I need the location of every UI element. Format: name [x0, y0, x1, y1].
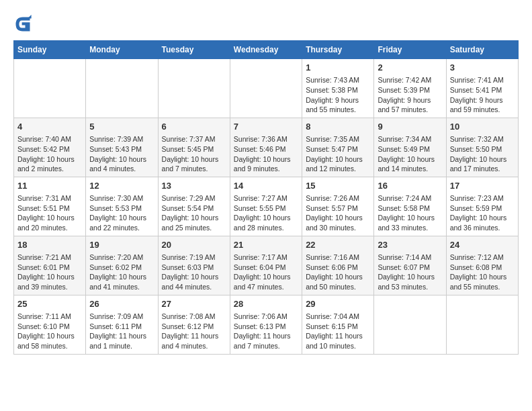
- calendar-day-cell: 4Sunrise: 7:40 AM Sunset: 5:42 PM Daylig…: [14, 118, 86, 177]
- day-info: Sunrise: 7:19 AM Sunset: 6:03 PM Dayligh…: [162, 253, 226, 292]
- calendar-day-cell: 21Sunrise: 7:17 AM Sunset: 6:04 PM Dayli…: [230, 236, 302, 295]
- day-info: Sunrise: 7:35 AM Sunset: 5:47 PM Dayligh…: [306, 134, 370, 174]
- day-info: Sunrise: 7:23 AM Sunset: 5:59 PM Dayligh…: [450, 193, 515, 233]
- day-number: 29: [306, 298, 370, 310]
- day-info: Sunrise: 7:31 AM Sunset: 5:51 PM Dayligh…: [17, 193, 82, 233]
- header-day: Sunday: [14, 41, 86, 59]
- day-info: Sunrise: 7:11 AM Sunset: 6:10 PM Dayligh…: [17, 312, 82, 351]
- day-number: 11: [17, 180, 82, 192]
- header-day: Tuesday: [158, 41, 230, 59]
- day-number: 4: [17, 121, 82, 133]
- day-number: 19: [89, 239, 154, 251]
- day-number: 5: [89, 121, 154, 133]
- calendar-day-cell: [446, 295, 518, 354]
- day-info: Sunrise: 7:41 AM Sunset: 5:41 PM Dayligh…: [450, 75, 515, 115]
- day-number: 9: [378, 121, 442, 133]
- day-number: 18: [17, 239, 82, 251]
- calendar-day-cell: [230, 59, 302, 118]
- day-info: Sunrise: 7:06 AM Sunset: 6:13 PM Dayligh…: [234, 312, 298, 351]
- day-info: Sunrise: 7:30 AM Sunset: 5:53 PM Dayligh…: [89, 193, 154, 233]
- day-info: Sunrise: 7:17 AM Sunset: 6:04 PM Dayligh…: [234, 253, 298, 292]
- day-info: Sunrise: 7:39 AM Sunset: 5:43 PM Dayligh…: [89, 134, 154, 174]
- calendar-day-cell: 8Sunrise: 7:35 AM Sunset: 5:47 PM Daylig…: [302, 118, 374, 177]
- calendar-table: SundayMondayTuesdayWednesdayThursdayFrid…: [13, 40, 519, 355]
- logo: [13, 13, 34, 34]
- calendar-day-cell: 14Sunrise: 7:27 AM Sunset: 5:55 PM Dayli…: [230, 177, 302, 236]
- calendar-week-row: 25Sunrise: 7:11 AM Sunset: 6:10 PM Dayli…: [14, 295, 519, 354]
- day-number: 12: [89, 180, 154, 192]
- calendar-day-cell: 11Sunrise: 7:31 AM Sunset: 5:51 PM Dayli…: [14, 177, 86, 236]
- day-info: Sunrise: 7:09 AM Sunset: 6:11 PM Dayligh…: [89, 312, 154, 351]
- calendar-day-cell: 25Sunrise: 7:11 AM Sunset: 6:10 PM Dayli…: [14, 295, 86, 354]
- day-number: 27: [162, 298, 226, 310]
- calendar-day-cell: 16Sunrise: 7:24 AM Sunset: 5:58 PM Dayli…: [374, 177, 446, 236]
- calendar-day-cell: [158, 59, 230, 118]
- calendar-day-cell: 20Sunrise: 7:19 AM Sunset: 6:03 PM Dayli…: [158, 236, 230, 295]
- day-number: 14: [234, 180, 298, 192]
- calendar-day-cell: 5Sunrise: 7:39 AM Sunset: 5:43 PM Daylig…: [86, 118, 158, 177]
- calendar-day-cell: 1Sunrise: 7:43 AM Sunset: 5:38 PM Daylig…: [302, 59, 374, 118]
- calendar-week-row: 1Sunrise: 7:43 AM Sunset: 5:38 PM Daylig…: [14, 59, 519, 118]
- calendar-day-cell: 15Sunrise: 7:26 AM Sunset: 5:57 PM Dayli…: [302, 177, 374, 236]
- calendar-day-cell: [14, 59, 86, 118]
- day-number: 16: [378, 180, 442, 192]
- calendar-day-cell: 3Sunrise: 7:41 AM Sunset: 5:41 PM Daylig…: [446, 59, 518, 118]
- page-header: [13, 13, 519, 34]
- calendar-day-cell: 18Sunrise: 7:21 AM Sunset: 6:01 PM Dayli…: [14, 236, 86, 295]
- calendar-day-cell: 24Sunrise: 7:12 AM Sunset: 6:08 PM Dayli…: [446, 236, 518, 295]
- day-number: 26: [89, 298, 154, 310]
- calendar-body: 1Sunrise: 7:43 AM Sunset: 5:38 PM Daylig…: [14, 59, 519, 355]
- header-day: Thursday: [302, 41, 374, 59]
- day-number: 24: [450, 239, 515, 251]
- calendar-day-cell: 9Sunrise: 7:34 AM Sunset: 5:49 PM Daylig…: [374, 118, 446, 177]
- day-number: 10: [450, 121, 515, 133]
- calendar-day-cell: 10Sunrise: 7:32 AM Sunset: 5:50 PM Dayli…: [446, 118, 518, 177]
- day-number: 1: [306, 62, 370, 74]
- day-info: Sunrise: 7:36 AM Sunset: 5:46 PM Dayligh…: [234, 134, 298, 174]
- calendar-day-cell: 12Sunrise: 7:30 AM Sunset: 5:53 PM Dayli…: [86, 177, 158, 236]
- calendar-day-cell: 19Sunrise: 7:20 AM Sunset: 6:02 PM Dayli…: [86, 236, 158, 295]
- calendar-day-cell: 28Sunrise: 7:06 AM Sunset: 6:13 PM Dayli…: [230, 295, 302, 354]
- day-info: Sunrise: 7:26 AM Sunset: 5:57 PM Dayligh…: [306, 193, 370, 233]
- header-day: Friday: [374, 41, 446, 59]
- day-number: 17: [450, 180, 515, 192]
- calendar-day-cell: 22Sunrise: 7:16 AM Sunset: 6:06 PM Dayli…: [302, 236, 374, 295]
- day-info: Sunrise: 7:42 AM Sunset: 5:39 PM Dayligh…: [378, 75, 442, 115]
- day-info: Sunrise: 7:08 AM Sunset: 6:12 PM Dayligh…: [162, 312, 226, 351]
- day-info: Sunrise: 7:12 AM Sunset: 6:08 PM Dayligh…: [450, 253, 515, 292]
- calendar-day-cell: [374, 295, 446, 354]
- calendar-day-cell: 6Sunrise: 7:37 AM Sunset: 5:45 PM Daylig…: [158, 118, 230, 177]
- day-info: Sunrise: 7:27 AM Sunset: 5:55 PM Dayligh…: [234, 193, 298, 233]
- day-info: Sunrise: 7:20 AM Sunset: 6:02 PM Dayligh…: [89, 253, 154, 292]
- day-info: Sunrise: 7:21 AM Sunset: 6:01 PM Dayligh…: [17, 253, 82, 292]
- day-number: 20: [162, 239, 226, 251]
- day-number: 13: [162, 180, 226, 192]
- day-number: 25: [17, 298, 82, 310]
- day-number: 22: [306, 239, 370, 251]
- day-info: Sunrise: 7:34 AM Sunset: 5:49 PM Dayligh…: [378, 134, 442, 174]
- calendar-day-cell: [86, 59, 158, 118]
- day-info: Sunrise: 7:29 AM Sunset: 5:54 PM Dayligh…: [162, 193, 226, 233]
- day-number: 28: [234, 298, 298, 310]
- day-number: 6: [162, 121, 226, 133]
- day-info: Sunrise: 7:37 AM Sunset: 5:45 PM Dayligh…: [162, 134, 226, 174]
- calendar-day-cell: 23Sunrise: 7:14 AM Sunset: 6:07 PM Dayli…: [374, 236, 446, 295]
- header-day: Monday: [86, 41, 158, 59]
- calendar-day-cell: 27Sunrise: 7:08 AM Sunset: 6:12 PM Dayli…: [158, 295, 230, 354]
- calendar-day-cell: 26Sunrise: 7:09 AM Sunset: 6:11 PM Dayli…: [86, 295, 158, 354]
- header-row: SundayMondayTuesdayWednesdayThursdayFrid…: [14, 41, 519, 59]
- calendar-day-cell: 2Sunrise: 7:42 AM Sunset: 5:39 PM Daylig…: [374, 59, 446, 118]
- day-info: Sunrise: 7:04 AM Sunset: 6:15 PM Dayligh…: [306, 312, 370, 351]
- day-number: 15: [306, 180, 370, 192]
- day-number: 8: [306, 121, 370, 133]
- day-info: Sunrise: 7:24 AM Sunset: 5:58 PM Dayligh…: [378, 193, 442, 233]
- header-day: Saturday: [446, 41, 518, 59]
- calendar-header: SundayMondayTuesdayWednesdayThursdayFrid…: [14, 41, 519, 59]
- header-day: Wednesday: [230, 41, 302, 59]
- day-number: 23: [378, 239, 442, 251]
- calendar-week-row: 4Sunrise: 7:40 AM Sunset: 5:42 PM Daylig…: [14, 118, 519, 177]
- day-info: Sunrise: 7:40 AM Sunset: 5:42 PM Dayligh…: [17, 134, 82, 174]
- day-number: 21: [234, 239, 298, 251]
- day-info: Sunrise: 7:14 AM Sunset: 6:07 PM Dayligh…: [378, 253, 442, 292]
- calendar-day-cell: 7Sunrise: 7:36 AM Sunset: 5:46 PM Daylig…: [230, 118, 302, 177]
